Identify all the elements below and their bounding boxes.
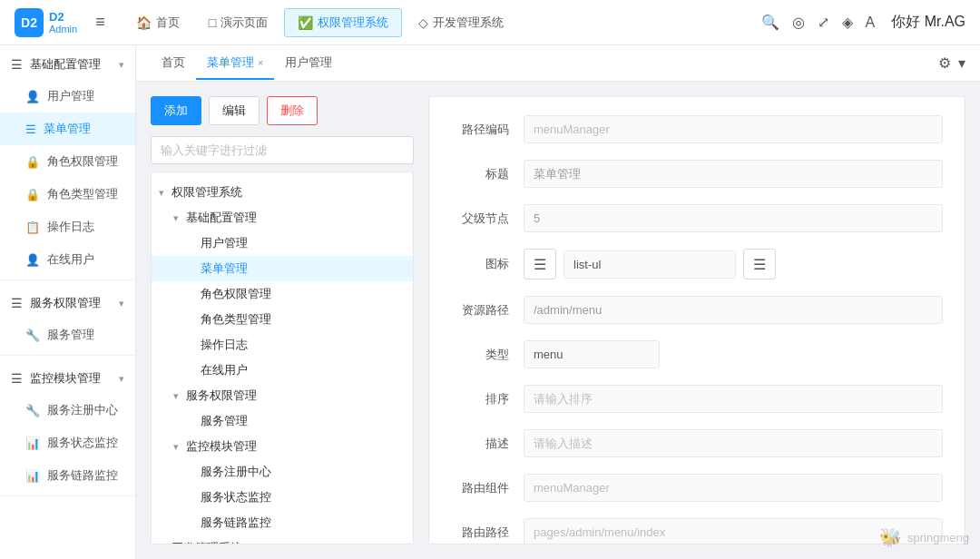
tree-node-11[interactable]: 服务注册中心 xyxy=(152,459,413,485)
icon-text-input[interactable] xyxy=(564,250,736,279)
search-wrap xyxy=(151,136,414,164)
sidebar-group-monitor[interactable]: ☰监控模块管理▾ xyxy=(0,359,135,394)
breadcrumb-arrow-icon[interactable]: ▾ xyxy=(958,54,965,72)
breadcrumb-close-icon[interactable]: × xyxy=(258,57,263,68)
tree-node-10[interactable]: ▾监控模块管理 xyxy=(152,434,413,459)
settings-icon[interactable]: ⚙ xyxy=(938,54,951,72)
form-row-4: 资源路径 xyxy=(451,296,943,324)
form-label-5: 类型 xyxy=(451,347,524,363)
edit-button[interactable]: 编辑 xyxy=(209,96,260,125)
tree-expand-icon-8[interactable]: ▾ xyxy=(173,390,186,402)
tree-node-3[interactable]: 菜单管理 xyxy=(152,256,413,281)
form-input-0[interactable] xyxy=(524,115,943,143)
sidebar-item-user-mgmt[interactable]: 👤用户管理 xyxy=(0,80,135,113)
sidebar-item-label-role-type: 角色类型管理 xyxy=(47,186,118,202)
sidebar-group-service-perm[interactable]: ☰服务权限管理▾ xyxy=(0,284,135,319)
tree-expand-icon-14[interactable]: ▾ xyxy=(159,543,172,545)
expand-icon[interactable]: ⤢ xyxy=(818,14,829,31)
form-row-9: 路由路径 xyxy=(451,518,943,544)
sidebar-item-label-service-mgmt: 服务管理 xyxy=(47,327,94,343)
form-input-6[interactable] xyxy=(524,385,943,413)
sidebar-item-icon-menu-mgmt: ☰ xyxy=(25,123,36,136)
sidebar-group-basic-config[interactable]: ☰基础配置管理▾ xyxy=(0,45,135,80)
tree-node-2[interactable]: 用户管理 xyxy=(152,230,413,256)
form-label-1: 标题 xyxy=(451,166,524,182)
form-input-7[interactable] xyxy=(524,429,943,457)
form-input-4[interactable] xyxy=(524,296,943,324)
sidebar-item-label-service-chain: 服务链路监控 xyxy=(47,467,118,484)
sidebar-item-op-log[interactable]: 📋操作日志 xyxy=(0,211,135,243)
search-input[interactable] xyxy=(151,136,414,164)
navbar-tab-auth[interactable]: ✅权限管理系统 xyxy=(284,8,402,37)
tree-node-13[interactable]: 服务链路监控 xyxy=(152,510,413,535)
breadcrumb-tab-0[interactable]: 首页 xyxy=(151,47,196,80)
tree-node-1[interactable]: ▾基础配置管理 xyxy=(152,205,413,230)
tree-expand-icon-1[interactable]: ▾ xyxy=(173,212,186,224)
sidebar-item-service-chain[interactable]: 📊服务链路监控 xyxy=(0,459,135,492)
watermark: 🐝 springmeng xyxy=(879,526,969,548)
target-icon[interactable]: ◎ xyxy=(792,14,805,31)
tree-expand-icon-10[interactable]: ▾ xyxy=(173,441,186,453)
tab-icon-home: 🏠 xyxy=(136,15,152,30)
navbar-tab-demo[interactable]: □演示页面 xyxy=(196,9,280,36)
type-select[interactable]: menubuttonapi xyxy=(524,340,660,368)
tree-node-7[interactable]: 在线用户 xyxy=(152,358,413,383)
group-icon-service-perm: ☰ xyxy=(11,296,23,310)
icon-select-left-btn[interactable]: ☰ xyxy=(524,249,556,280)
tree-node-12[interactable]: 服务状态监控 xyxy=(152,485,413,510)
tree-node-text-2: 用户管理 xyxy=(201,235,406,251)
form-row-0: 路径编码 xyxy=(451,115,943,143)
tree-node-8[interactable]: ▾服务权限管理 xyxy=(152,383,413,408)
font-icon[interactable]: A xyxy=(866,15,876,31)
form-row-8: 路由组件 xyxy=(451,474,943,502)
user-greeting: 你好 Mr.AG xyxy=(891,13,965,32)
form-input-2[interactable] xyxy=(524,204,943,232)
tree-node-14[interactable]: ▾开发管理系统 xyxy=(152,535,413,544)
group-arrow-monitor: ▾ xyxy=(119,373,124,385)
group-arrow-service-perm: ▾ xyxy=(119,298,124,309)
tree-node-5[interactable]: 角色类型管理 xyxy=(152,307,413,332)
breadcrumb-tab-1[interactable]: 菜单管理× xyxy=(196,47,274,80)
group-label-basic-config: 基础配置管理 xyxy=(30,56,101,73)
tree-node-0[interactable]: ▾权限管理系统 xyxy=(152,180,413,205)
navbar-tabs: 🏠首页□演示页面✅权限管理系统◇开发管理系统 xyxy=(123,8,761,37)
add-button[interactable]: 添加 xyxy=(151,96,201,125)
form-label-6: 排序 xyxy=(451,391,524,407)
sidebar-item-role-perm[interactable]: 🔒角色权限管理 xyxy=(0,145,135,178)
tree-container: ▾权限管理系统▾基础配置管理用户管理菜单管理角色权限管理角色类型管理操作日志在线… xyxy=(151,172,414,544)
sidebar-item-icon-op-log: 📋 xyxy=(25,221,40,234)
logo-icon: D2 xyxy=(15,8,44,37)
tree-expand-icon-0[interactable]: ▾ xyxy=(159,187,172,199)
form-label-2: 父级节点 xyxy=(451,211,524,227)
icon-select-right-btn[interactable]: ☰ xyxy=(743,249,776,280)
sidebar-item-service-mgmt[interactable]: 🔧服务管理 xyxy=(0,319,135,351)
tree-node-text-9: 服务管理 xyxy=(201,413,406,429)
tree-node-text-1: 基础配置管理 xyxy=(186,210,406,226)
sidebar-item-online-user[interactable]: 👤在线用户 xyxy=(0,243,135,276)
sidebar-item-menu-mgmt[interactable]: ☰菜单管理 xyxy=(0,113,135,145)
tree-node-6[interactable]: 操作日志 xyxy=(152,332,413,358)
sidebar-item-icon-role-type: 🔒 xyxy=(25,188,40,201)
form-label-4: 资源路径 xyxy=(451,302,524,319)
sidebar-item-label-service-status: 服务状态监控 xyxy=(47,435,118,451)
sidebar-item-role-type[interactable]: 🔒角色类型管理 xyxy=(0,178,135,211)
form-input-8[interactable] xyxy=(524,474,943,502)
navbar-tab-dev[interactable]: ◇开发管理系统 xyxy=(406,9,516,36)
diamond-icon[interactable]: ◈ xyxy=(842,14,853,31)
menu-toggle-icon[interactable]: ≡ xyxy=(95,13,105,32)
search-icon[interactable]: 🔍 xyxy=(761,14,779,31)
form-label-9: 路由路径 xyxy=(451,525,524,541)
navbar-tab-home[interactable]: 🏠首页 xyxy=(123,9,192,36)
form-input-1[interactable] xyxy=(524,160,943,188)
breadcrumb-tab-2[interactable]: 用户管理 xyxy=(274,47,343,80)
group-icon-monitor: ☰ xyxy=(11,371,23,386)
tree-node-4[interactable]: 角色权限管理 xyxy=(152,281,413,307)
sidebar-item-service-status[interactable]: 📊服务状态监控 xyxy=(0,427,135,459)
delete-button[interactable]: 删除 xyxy=(267,96,318,125)
sidebar-item-service-reg[interactable]: 🔧服务注册中心 xyxy=(0,394,135,427)
tree-node-9[interactable]: 服务管理 xyxy=(152,408,413,434)
content-area: 首页菜单管理×用户管理 ⚙ ▾ 添加 编辑 删除 ▾权限管理系统▾基础配置管理用… xyxy=(136,45,980,559)
tree-node-text-3: 菜单管理 xyxy=(201,260,406,277)
group-label-monitor: 监控模块管理 xyxy=(30,370,101,387)
form-label-3: 图标 xyxy=(451,256,524,272)
